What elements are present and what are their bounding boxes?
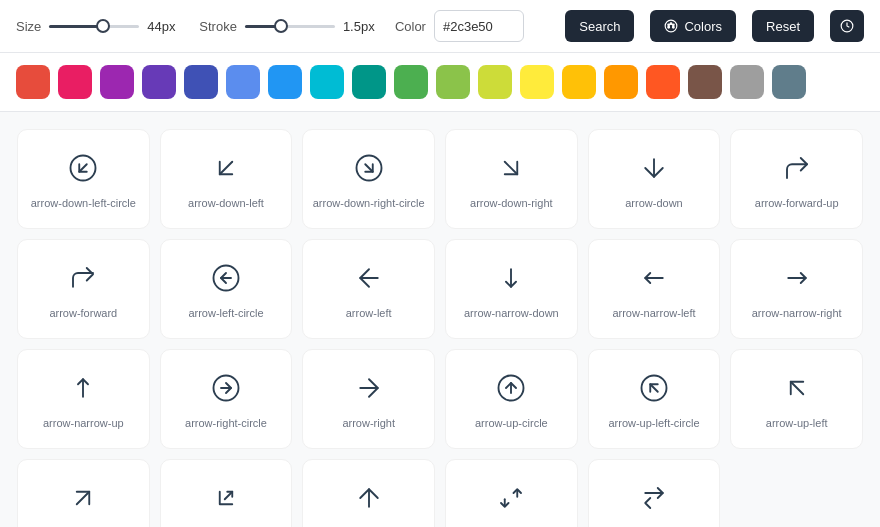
colors-button[interactable]: Colors [650,10,736,42]
arrow-down-right-circle-icon [354,153,384,186]
color-label: Color [395,19,426,34]
color-swatch[interactable] [436,65,470,99]
icon-card-arrow-forward-2[interactable]: arrow-forward-2 [588,459,721,527]
icon-label: arrow-narrow-down [464,306,559,320]
svg-line-27 [650,385,658,393]
arrow-up-left-circle-icon [639,373,669,406]
icon-card-arrow-up[interactable]: arrow-up [302,459,435,527]
arrow-up-icon [354,483,384,516]
color-swatch[interactable] [520,65,554,99]
clock-icon [840,19,854,33]
icon-label: arrow-up-circle [475,416,548,430]
icon-card-arrow-down[interactable]: arrow-down [588,129,721,229]
color-palette [0,53,880,112]
history-button[interactable] [830,10,864,42]
color-swatch[interactable] [58,65,92,99]
icon-card-arrow-up-right-2[interactable]: arrow-up-right-2 [160,459,293,527]
icon-label: arrow-right-circle [185,416,267,430]
size-value: 44px [147,19,183,34]
color-swatch[interactable] [16,65,50,99]
icons-grid: arrow-down-left-circlearrow-down-leftarr… [0,112,880,527]
size-control: Size 44px [16,19,183,34]
icon-card-arrow-down-right[interactable]: arrow-down-right [445,129,578,229]
color-swatch[interactable] [100,65,134,99]
reset-button-label: Reset [766,19,800,34]
arrow-forward-2-icon [639,483,669,516]
svg-point-0 [666,20,678,32]
icon-card-arrow-up-circle[interactable]: arrow-up-circle [445,349,578,449]
icon-card-arrow-forward[interactable]: arrow-forward [17,239,150,339]
arrow-down-icon [639,153,669,186]
icon-card-arrow-down-right-circle[interactable]: arrow-down-right-circle [302,129,435,229]
arrow-forward-up-icon [782,153,812,186]
icon-card-arrow-right-circle[interactable]: arrow-right-circle [160,349,293,449]
arrow-narrow-left-icon [639,263,669,296]
arrow-narrow-down-icon [496,263,526,296]
icon-card-arrow-left-circle[interactable]: arrow-left-circle [160,239,293,339]
color-swatch[interactable] [478,65,512,99]
svg-point-2 [671,23,673,25]
icon-card-arrow-up-left[interactable]: arrow-up-left [730,349,863,449]
color-swatch[interactable] [394,65,428,99]
color-swatch[interactable] [184,65,218,99]
arrow-down-up-icon [496,483,526,516]
icon-card-arrow-up-right-1[interactable]: arrow-up-right-1 [17,459,150,527]
color-input[interactable] [443,19,515,34]
arrow-up-right-1-icon [68,483,98,516]
icon-card-arrow-narrow-right[interactable]: arrow-narrow-right [730,239,863,339]
icon-card-arrow-up-left-circle[interactable]: arrow-up-left-circle [588,349,721,449]
icon-label: arrow-forward [49,306,117,320]
icon-card-arrow-narrow-up[interactable]: arrow-narrow-up [17,349,150,449]
arrow-up-left-icon [782,373,812,406]
color-control: Color [395,10,524,42]
search-button-label: Search [579,19,620,34]
arrow-narrow-right-icon [782,263,812,296]
icon-card-arrow-narrow-left[interactable]: arrow-narrow-left [588,239,721,339]
color-swatch[interactable] [142,65,176,99]
search-button[interactable]: Search [565,10,634,42]
color-swatch[interactable] [352,65,386,99]
arrow-up-circle-icon [496,373,526,406]
color-swatch[interactable] [688,65,722,99]
icon-card-arrow-down-left-circle[interactable]: arrow-down-left-circle [17,129,150,229]
color-swatch[interactable] [562,65,596,99]
color-swatch[interactable] [730,65,764,99]
icon-card-arrow-down-left[interactable]: arrow-down-left [160,129,293,229]
icon-label: arrow-right [342,416,395,430]
icon-card-arrow-left[interactable]: arrow-left [302,239,435,339]
color-swatch[interactable] [268,65,302,99]
arrow-down-right-icon [496,153,526,186]
arrow-down-left-icon [211,153,241,186]
svg-point-5 [668,26,670,28]
color-swatch[interactable] [226,65,260,99]
arrow-forward-icon [68,263,98,296]
toolbar: Size 44px Stroke 1.5px Color Search [0,0,880,53]
size-label: Size [16,19,41,34]
reset-button[interactable]: Reset [752,10,814,42]
arrow-left-icon [354,263,384,296]
icon-label: arrow-forward-up [755,196,839,210]
color-swatch[interactable] [604,65,638,99]
size-slider[interactable] [49,25,139,28]
color-swatch[interactable] [646,65,680,99]
stroke-control: Stroke 1.5px [199,19,379,34]
icon-label: arrow-narrow-right [752,306,842,320]
arrow-down-left-circle-icon [68,153,98,186]
color-swatch[interactable] [310,65,344,99]
icon-card-arrow-narrow-down[interactable]: arrow-narrow-down [445,239,578,339]
icon-card-arrow-down-up[interactable]: arrow-down-up [445,459,578,527]
icon-label: arrow-narrow-up [43,416,124,430]
icon-label: arrow-down-left [188,196,264,210]
svg-line-28 [790,382,803,395]
icon-card-arrow-forward-up[interactable]: arrow-forward-up [730,129,863,229]
icon-card-arrow-right[interactable]: arrow-right [302,349,435,449]
arrow-narrow-up-icon [68,373,98,406]
svg-line-9 [220,162,233,175]
svg-line-29 [77,492,90,505]
svg-line-8 [80,165,88,173]
svg-point-1 [668,24,670,26]
color-swatch[interactable] [772,65,806,99]
icon-label: arrow-down-right-circle [313,196,425,210]
color-input-wrapper [434,10,524,42]
stroke-slider[interactable] [245,25,335,28]
